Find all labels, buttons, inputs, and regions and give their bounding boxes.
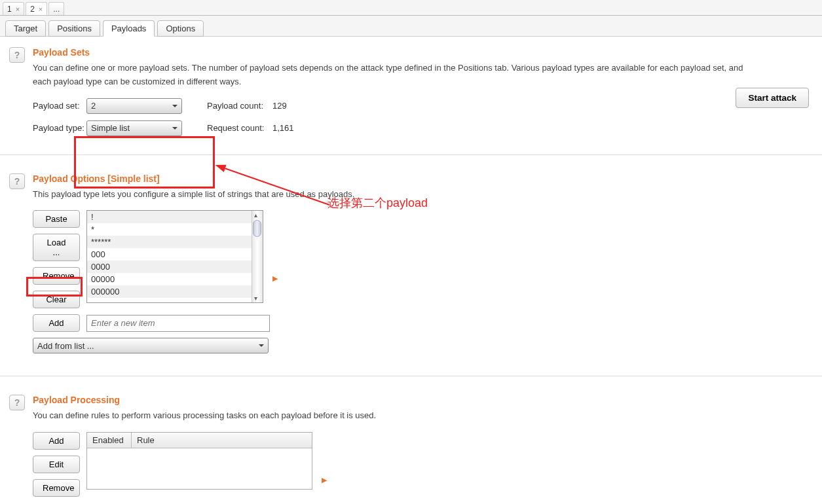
- list-item[interactable]: 000: [87, 248, 252, 261]
- close-icon[interactable]: ×: [39, 5, 43, 13]
- payload-type-label: Payload type:: [33, 123, 86, 133]
- new-item-input[interactable]: [86, 315, 270, 332]
- col-rule[interactable]: Rule: [132, 433, 312, 448]
- tab-target[interactable]: Target: [5, 20, 46, 37]
- paste-button[interactable]: Paste: [33, 210, 80, 228]
- start-attack-button[interactable]: Start attack: [736, 88, 809, 108]
- payload-processing-title: Payload Processing: [33, 395, 813, 405]
- caret-right-icon: ▶: [272, 274, 278, 283]
- content-scroll[interactable]: Start attack ? Payload Sets You can defi…: [0, 37, 822, 501]
- list-item[interactable]: 00000: [87, 273, 252, 285]
- annotation-text: 选择第二个payload: [327, 195, 428, 211]
- help-button[interactable]: ?: [9, 47, 25, 63]
- proc-edit-button[interactable]: Edit: [33, 456, 80, 473]
- ellipsis-icon: ...: [53, 5, 60, 14]
- payload-type-value: Simple list: [91, 123, 130, 133]
- clear-button[interactable]: Clear: [33, 291, 80, 308]
- section-payload-sets: ? Payload Sets You can define one or mor…: [0, 37, 822, 147]
- session-tab-2-label: 2: [30, 5, 35, 14]
- payload-sets-desc: You can define one or more payload sets.…: [33, 62, 753, 89]
- list-item[interactable]: 000000: [87, 285, 252, 298]
- request-count-label: Request count:: [207, 123, 272, 133]
- proc-add-button[interactable]: Add: [33, 432, 80, 450]
- list-item[interactable]: ******: [87, 236, 252, 248]
- payload-type-select[interactable]: Simple list: [86, 120, 182, 136]
- payload-processing-desc: You can define rules to perform various …: [33, 409, 753, 423]
- add-button[interactable]: Add: [33, 314, 80, 332]
- payload-set-value: 2: [91, 101, 96, 111]
- remove-button[interactable]: Remove: [33, 267, 80, 285]
- section-payload-options: ? Payload Options [Simple list] This pay…: [0, 163, 822, 358]
- processing-rules-table[interactable]: Enabled Rule: [86, 432, 312, 490]
- payload-count-label: Payload count:: [207, 101, 272, 111]
- list-item[interactable]: 0000: [87, 261, 252, 273]
- payload-set-label: Payload set:: [33, 101, 86, 111]
- intruder-tabs: Target Positions Payloads Options: [0, 16, 822, 37]
- close-icon[interactable]: ×: [16, 5, 20, 13]
- payload-count-value: 129: [272, 101, 287, 111]
- section-payload-processing: ? Payload Processing You can define rule…: [0, 384, 822, 501]
- payload-sets-title: Payload Sets: [33, 47, 813, 58]
- table-header: Enabled Rule: [87, 433, 312, 448]
- tab-options[interactable]: Options: [157, 20, 204, 37]
- list-item[interactable]: *: [87, 223, 252, 236]
- help-button[interactable]: ?: [9, 173, 25, 189]
- caret-right-icon: ▶: [322, 476, 327, 484]
- payload-list[interactable]: ! * ****** 000 0000 00000 000000: [86, 210, 263, 303]
- table-body: [87, 448, 312, 489]
- tab-payloads[interactable]: Payloads: [103, 20, 155, 37]
- payload-set-select[interactable]: 2: [86, 98, 182, 114]
- scrollbar-thumb[interactable]: [253, 220, 261, 237]
- add-from-list-select[interactable]: Add from list ...: [33, 338, 269, 353]
- col-enabled[interactable]: Enabled: [87, 433, 132, 448]
- add-from-list-value: Add from list ...: [37, 341, 94, 351]
- request-count-value: 1,161: [272, 123, 294, 133]
- scrollbar[interactable]: [252, 211, 263, 302]
- session-tab-more[interactable]: ...: [48, 2, 64, 15]
- divider: [0, 154, 822, 155]
- session-tabs: 1 × 2 × ...: [0, 0, 822, 16]
- session-tab-1-label: 1: [7, 5, 12, 14]
- session-tab-2[interactable]: 2 ×: [26, 2, 47, 15]
- payload-options-title: Payload Options [Simple list]: [33, 173, 813, 184]
- divider: [0, 376, 822, 376]
- session-tab-1[interactable]: 1 ×: [3, 2, 24, 15]
- load-button[interactable]: Load ...: [33, 234, 80, 261]
- tab-positions[interactable]: Positions: [48, 20, 100, 37]
- proc-remove-button[interactable]: Remove: [33, 479, 80, 497]
- help-button[interactable]: ?: [9, 395, 25, 410]
- list-item[interactable]: !: [87, 211, 252, 223]
